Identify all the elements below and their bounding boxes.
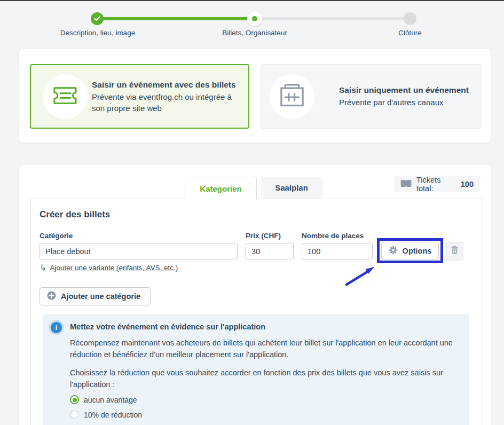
branch-arrow-icon: ↳ [40,263,46,273]
app-promo-info-box: i Mettez votre événement en évidence sur… [43,314,469,425]
option-ticketed-subtitle: Prévente via eventfrog.ch ou intégrée à … [92,91,242,113]
category-input[interactable] [40,243,238,259]
promo-paragraph-2: Choisissez la réduction que vous souhait… [70,367,463,390]
stepper-segment-completed [98,17,255,20]
info-icon: i [51,322,62,333]
gear-icon [389,246,398,256]
tab-kategorien[interactable]: Kategorien [185,177,257,200]
radio-selected-icon[interactable] [70,395,79,404]
radio-10-percent-label: 10% de réduction [84,411,142,419]
radio-unselected-icon[interactable] [70,410,79,419]
radio-option-no-advantage[interactable]: aucun avantage [70,395,137,404]
categories-panel: Créer des billets Catégorie Prix (CHF) N… [30,199,482,425]
delete-category-button[interactable] [446,242,463,261]
option-event-only[interactable]: Saisir uniquement un événement Prévente … [261,64,481,129]
plus-circle-icon [47,291,56,302]
seats-input[interactable] [302,243,373,259]
add-variant-link[interactable]: Ajouter une variante (enfants, AVS, etc.… [50,264,178,272]
price-input[interactable] [246,243,294,259]
progress-stepper: Description, lieu, image Billets, Organi… [0,1,504,46]
ticket-total-icon [400,179,412,189]
option-ticketed-title: Saisir un événement avec des billets [92,80,242,89]
radio-option-10-percent[interactable]: 10% de réduction [70,410,142,419]
tutorial-highlight-box: Options [377,238,443,263]
tickets-total-label: Tickets total: [416,176,455,193]
trash-icon [451,246,459,257]
option-event-with-tickets[interactable]: Saisir un événement avec des billets Pré… [30,64,249,129]
tickets-total-value: 100 [461,180,474,188]
step-cloture-circle[interactable] [404,12,416,25]
tab-saalplan[interactable]: Saalplan [261,177,322,199]
tickets-total-badge: Tickets total: 100 [394,176,480,192]
seats-label: Nombre de places [302,232,364,240]
tutorial-pointer-arrow [343,262,381,288]
calendar-icon [275,81,309,113]
calendar-icon-circle [270,74,314,119]
event-type-card: Saisir un événement avec des billets Pré… [19,48,491,143]
radio-no-advantage-label: aucun avantage [84,396,137,404]
options-button[interactable]: Options [381,242,439,259]
tickets-card: Kategorien Saalplan Tickets total: 100 C… [19,164,491,425]
stepper-segment-upcoming [255,17,410,20]
category-label: Catégorie [40,232,73,240]
add-category-button[interactable]: Ajouter une catégorie [40,287,151,305]
step-label-cloture[interactable]: Clôture [398,29,422,37]
add-category-label: Ajouter une catégorie [61,292,140,301]
step-label-billets[interactable]: Billets, Organisateur [222,29,287,37]
create-tickets-heading: Créer des billets [40,209,110,220]
option-event-only-subtitle: Prévente par d'autres canaux [339,97,476,108]
ticket-icon-circle [43,74,88,119]
step-billets-circle[interactable] [247,11,262,26]
option-event-only-title: Saisir uniquement un événement [339,85,476,95]
current-step-dot-icon [252,16,257,21]
price-label: Prix (CHF) [246,232,281,240]
step-description-circle[interactable] [91,12,104,25]
check-icon [94,14,100,23]
promo-title: Mettez votre événement en évidence sur l… [70,322,265,331]
step-label-description[interactable]: Description, lieu, image [60,29,135,37]
promo-paragraph-1: Récompensez maintenant vos acheteurs de … [70,337,463,360]
options-button-label: Options [403,247,432,255]
ticket-icon [50,83,81,110]
